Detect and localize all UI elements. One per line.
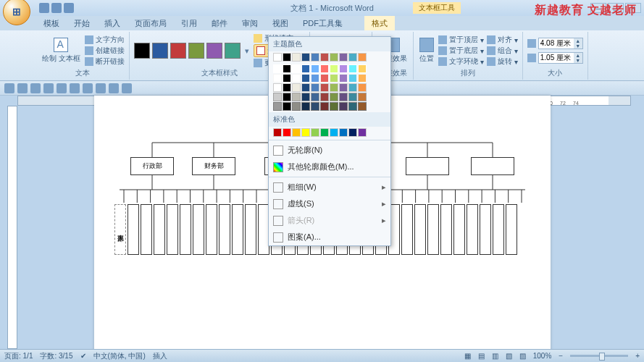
- tab-insert[interactable]: 插入: [97, 16, 127, 30]
- tab-layout[interactable]: 页面布局: [127, 16, 174, 30]
- position-button[interactable]: 位置: [418, 36, 435, 65]
- color-swatch[interactable]: [292, 64, 301, 73]
- tb-icon[interactable]: [4, 83, 14, 93]
- color-swatch[interactable]: [292, 83, 301, 92]
- color-swatch[interactable]: [273, 64, 282, 73]
- org-box-leaf[interactable]: [180, 204, 191, 255]
- color-swatch[interactable]: [320, 53, 329, 62]
- color-swatch[interactable]: [301, 93, 310, 101]
- tab-view[interactable]: 视图: [265, 16, 296, 30]
- color-swatch[interactable]: [358, 53, 367, 62]
- color-swatch[interactable]: [330, 53, 338, 62]
- color-swatch[interactable]: [358, 83, 367, 92]
- org-box-leaf[interactable]: [467, 204, 478, 255]
- org-box-leaf[interactable]: [245, 204, 256, 255]
- color-swatch[interactable]: [339, 83, 348, 92]
- color-swatch[interactable]: [348, 64, 357, 73]
- color-swatch[interactable]: [283, 83, 291, 92]
- color-swatch[interactable]: [358, 64, 367, 73]
- color-swatch[interactable]: [292, 102, 301, 111]
- org-box-selected[interactable]: 人事部: [114, 204, 126, 255]
- org-box-leaf[interactable]: [480, 204, 491, 255]
- org-box-leaf[interactable]: [427, 204, 439, 255]
- color-swatch[interactable]: [273, 83, 282, 92]
- color-swatch[interactable]: [358, 93, 367, 101]
- tb-icon[interactable]: [122, 83, 132, 93]
- qat-save-icon[interactable]: [39, 3, 49, 13]
- style-swatch[interactable]: [225, 43, 241, 59]
- color-swatch[interactable]: [348, 74, 357, 83]
- zoom-in-button[interactable]: +: [635, 352, 640, 360]
- color-swatch[interactable]: [301, 83, 310, 92]
- color-swatch[interactable]: [320, 102, 329, 111]
- zoom-slider[interactable]: [570, 355, 628, 357]
- color-swatch[interactable]: [301, 102, 310, 111]
- no-outline-item[interactable]: 无轮廓(N): [269, 142, 390, 159]
- color-swatch[interactable]: [311, 128, 319, 137]
- color-swatch[interactable]: [320, 64, 329, 73]
- color-swatch[interactable]: [330, 83, 338, 92]
- dashes-item[interactable]: 虚线(S)▸: [269, 195, 390, 212]
- break-link-button[interactable]: 断开链接: [85, 56, 125, 67]
- color-swatch[interactable]: [283, 93, 291, 101]
- org-box-leaf[interactable]: [141, 204, 152, 255]
- wrap-text-button[interactable]: 文字环绕 ▾: [438, 56, 484, 67]
- color-swatch[interactable]: [283, 64, 291, 73]
- color-swatch[interactable]: [301, 128, 310, 137]
- color-swatch[interactable]: [273, 102, 282, 111]
- qat-undo-icon[interactable]: [51, 3, 62, 13]
- color-swatch[interactable]: [311, 64, 319, 73]
- view-print-icon[interactable]: ▦: [464, 352, 471, 360]
- color-swatch[interactable]: [339, 74, 348, 83]
- tab-template[interactable]: 模板: [36, 16, 67, 30]
- vertical-ruler[interactable]: [7, 106, 17, 349]
- tab-format[interactable]: 格式: [364, 16, 395, 30]
- color-swatch[interactable]: [292, 128, 301, 137]
- group-button[interactable]: 组合 ▾: [487, 46, 518, 56]
- color-swatch[interactable]: [358, 128, 367, 137]
- color-swatch[interactable]: [311, 93, 319, 101]
- tab-references[interactable]: 引用: [174, 16, 204, 30]
- tb-icon[interactable]: [109, 83, 119, 93]
- color-swatch[interactable]: [273, 53, 282, 62]
- org-box-leaf[interactable]: [206, 204, 217, 255]
- tb-icon[interactable]: [70, 83, 80, 93]
- align-button[interactable]: 对齐 ▾: [487, 35, 518, 45]
- color-swatch[interactable]: [311, 102, 319, 111]
- view-draft-icon[interactable]: ▨: [519, 352, 526, 360]
- color-swatch[interactable]: [320, 93, 329, 101]
- org-box-l2[interactable]: 财务部: [192, 157, 235, 175]
- zoom-out-button[interactable]: −: [559, 352, 563, 360]
- org-box-leaf[interactable]: [232, 204, 243, 255]
- color-swatch[interactable]: [273, 93, 282, 101]
- color-swatch[interactable]: [339, 53, 348, 62]
- color-swatch[interactable]: [311, 53, 319, 62]
- send-back-button[interactable]: 置于底层 ▾: [438, 46, 484, 56]
- status-words[interactable]: 字数: 3/15: [40, 351, 72, 361]
- draw-textbox-button[interactable]: A绘制 文本框: [41, 36, 82, 65]
- org-box-leaf[interactable]: [440, 204, 452, 255]
- tb-icon[interactable]: [57, 83, 67, 93]
- color-swatch[interactable]: [301, 64, 310, 73]
- color-swatch[interactable]: [339, 128, 348, 137]
- tb-icon[interactable]: [30, 83, 41, 93]
- style-swatch[interactable]: [170, 43, 186, 59]
- tab-home[interactable]: 开始: [67, 16, 97, 30]
- org-box-leaf[interactable]: [493, 204, 504, 255]
- color-swatch[interactable]: [330, 64, 338, 73]
- rotate-button[interactable]: 旋转 ▾: [487, 56, 518, 67]
- color-swatch[interactable]: [301, 74, 310, 83]
- zoom-level[interactable]: 100%: [533, 352, 552, 360]
- color-swatch[interactable]: [358, 102, 367, 111]
- color-swatch[interactable]: [348, 102, 357, 111]
- status-lang[interactable]: 中文(简体, 中国): [93, 351, 146, 361]
- org-box-leaf[interactable]: [193, 204, 204, 255]
- color-swatch[interactable]: [358, 74, 367, 83]
- height-field[interactable]: ▲▼: [527, 38, 583, 49]
- style-swatch[interactable]: [134, 43, 150, 59]
- org-box-leaf[interactable]: [414, 204, 426, 255]
- org-box-leaf[interactable]: [219, 204, 230, 255]
- org-box-leaf[interactable]: [154, 204, 165, 255]
- tab-mailings[interactable]: 邮件: [204, 16, 235, 30]
- color-swatch[interactable]: [283, 102, 291, 111]
